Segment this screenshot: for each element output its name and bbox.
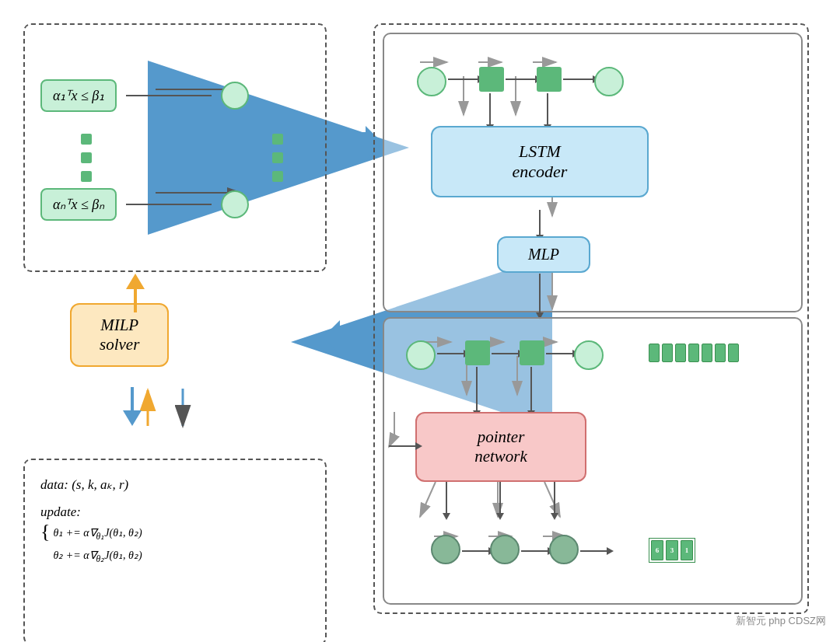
out-arrow-1 — [462, 550, 490, 552]
brace: { — [40, 520, 50, 568]
enc-circle-2 — [594, 67, 624, 96]
lstm-encoder-label: encoder — [448, 162, 632, 182]
enc-arrow-2 — [506, 79, 537, 80]
eq-block: θ₁ += α∇θ₁J(θ₁, θ₂) θ₂ += α∇θ₂J(θ₁, θ₂) — [53, 523, 142, 568]
dec-square-3 — [465, 340, 490, 365]
output-bar-bottom: 6 3 1 — [649, 538, 695, 563]
vertical-dots-left — [81, 134, 92, 182]
dec-circle-4 — [574, 340, 604, 370]
lstm-label: LSTM — [448, 141, 632, 162]
data-label: data: — [40, 477, 68, 492]
milp-solver-box: MILP solver — [70, 303, 169, 367]
out-arrow-3 — [580, 550, 608, 552]
lstm-box: LSTM encoder — [431, 126, 649, 197]
ptr-out-arrow-2 — [499, 482, 501, 515]
constraint-1-label: α₁ᵀx ≤ β₁ — [40, 79, 117, 112]
enc-arrow-1 — [448, 79, 479, 80]
constraint-n-row: αₙᵀx ≤ βₙ — [40, 188, 249, 221]
big-arrow-left — [323, 320, 379, 354]
orange-arrow-up — [126, 274, 145, 312]
encoder-section: LSTM encoder MLP — [383, 33, 803, 312]
constraint-1-circle — [221, 82, 249, 110]
mlp-label: MLP — [528, 246, 559, 263]
blue-arrow-down — [123, 387, 142, 426]
left-section: α₁ᵀx ≤ β₁ αₙᵀx ≤ βₙ MILP solver — [23, 23, 327, 614]
eq1: θ₁ += α∇θ₁J(θ₁, θ₂) — [53, 523, 142, 546]
pointer-label2: network — [432, 447, 569, 466]
vertical-dots-right — [272, 134, 283, 182]
enc-square-1 — [479, 67, 504, 92]
ptr-out-arrow-3 — [554, 482, 555, 515]
enc-square-2 — [537, 67, 562, 92]
data-value: (s, k, aₖ, r) — [72, 477, 128, 492]
watermark-text: 新智元 php CDSZ网 — [736, 615, 826, 626]
out-circle-2 — [490, 535, 520, 564]
update-section: update: { θ₁ += α∇θ₁J(θ₁, θ₂) θ₂ += α∇θ₂… — [40, 504, 310, 568]
dec-arrow-2 — [492, 353, 520, 354]
dec-arrow-1 — [437, 353, 465, 354]
watermark: 新智元 php CDSZ网 — [736, 614, 826, 628]
pointer-network-box: pointer network — [415, 412, 586, 482]
mlp-box: MLP — [497, 236, 590, 273]
mlp-out-arrow — [539, 274, 541, 314]
data-text: data: (s, k, aₖ, r) — [40, 474, 310, 497]
enc-v-arrow-2 — [547, 93, 548, 126]
update-equations: { θ₁ += α∇θ₁J(θ₁, θ₂) θ₂ += α∇θ₂J(θ₁, θ₂… — [40, 523, 310, 568]
ptr-left-arrow — [389, 445, 417, 447]
dec-circle-3 — [406, 340, 436, 370]
constraint-n-label: αₙᵀx ≤ βₙ — [40, 188, 117, 221]
dec-arrow-3 — [546, 353, 574, 354]
out-circle-1 — [431, 535, 460, 564]
constraint-n-circle — [221, 190, 249, 218]
right-section: LSTM encoder MLP — [373, 23, 809, 614]
output-bar-top — [649, 344, 739, 362]
decoder-section: pointer network — [383, 317, 803, 605]
enc-circle-1 — [417, 67, 446, 96]
out-arrow-2 — [521, 550, 549, 552]
dec-v-arrow-1 — [476, 367, 478, 412]
eq2: θ₂ += α∇θ₂J(θ₁, θ₂) — [53, 546, 142, 568]
enc-v-arrow-1 — [489, 93, 491, 126]
pointer-label: pointer — [432, 427, 569, 447]
dec-square-4 — [520, 340, 544, 365]
out-circle-3 — [549, 535, 579, 564]
ptr-out-arrow-1 — [446, 482, 447, 515]
constraint-1-row: α₁ᵀx ≤ β₁ — [40, 79, 249, 112]
milp-label2: solver — [100, 335, 139, 354]
data-update-box: data: (s, k, aₖ, r) update: { θ₁ += α∇θ₁… — [23, 459, 327, 642]
update-label: update: — [40, 504, 310, 520]
lstm-mlp-arrow — [539, 210, 541, 236]
dec-v-arrow-2 — [530, 367, 532, 412]
enc-arrow-3 — [563, 79, 594, 80]
constraints-box: α₁ᵀx ≤ β₁ αₙᵀx ≤ βₙ — [23, 23, 327, 272]
milp-label: MILP — [100, 316, 139, 335]
